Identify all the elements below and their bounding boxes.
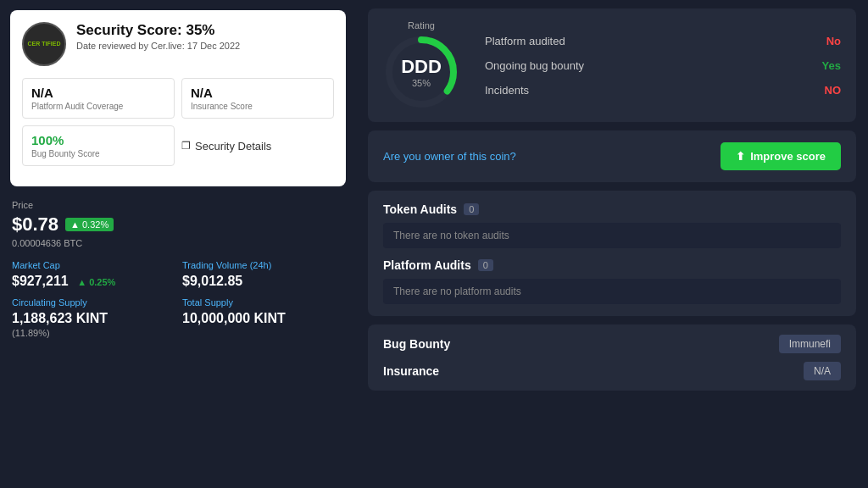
rating-inner: DDD 35%: [401, 56, 442, 88]
bug-bounty-value: 100%: [31, 133, 165, 147]
platform-audits-header: Platform Audits 0: [383, 258, 841, 272]
security-header: CER TIFIED Security Score: 35% Date revi…: [22, 22, 334, 66]
platform-audited-row: Platform audited No: [485, 35, 841, 47]
left-panel: CER TIFIED Security Score: 35% Date revi…: [0, 0, 356, 488]
platform-audits-count: 0: [478, 259, 493, 271]
circulating-supply-value: 1,188,623 KINT: [12, 311, 174, 326]
cert-logo: CER TIFIED: [22, 22, 66, 66]
platform-audited-label: Platform audited: [485, 35, 565, 47]
rating-metrics: Platform audited No Ongoing bug bounty Y…: [485, 35, 841, 97]
bug-bounty-label: Bug Bounty Score: [31, 149, 165, 158]
price-value: $0.78: [12, 214, 58, 236]
insurance-item: Insurance N/A: [383, 362, 841, 380]
bug-bounty-item: Bug Bounty Immunefi: [383, 335, 841, 353]
price-change-badge: ▲ 0.32%: [65, 218, 114, 231]
price-section: Price $0.78 ▲ 0.32% 0.00004636 BTC: [0, 195, 356, 248]
price-label: Price: [12, 200, 344, 210]
platform-audited-value: No: [826, 35, 841, 47]
platform-audits-title: Platform Audits: [383, 258, 471, 272]
improve-icon: ⬆: [736, 150, 745, 163]
cert-logo-text: CER TIFIED: [28, 41, 61, 47]
market-cap-block: Market Cap $927,211 ▲ 0.25%: [12, 260, 174, 289]
security-details-text: Security Details: [195, 140, 271, 152]
improve-question: Are you owner of this coin?: [383, 150, 516, 163]
incidents-label: Incidents: [485, 84, 529, 97]
improve-button-label: Improve score: [750, 150, 826, 163]
market-cap-change: ▲ 0.25%: [77, 277, 115, 287]
rating-section: Rating DDD 35% Platform audited No Ongoi…: [368, 8, 856, 122]
incidents-row: Incidents NO: [485, 84, 841, 97]
rating-percentage: 35%: [401, 78, 442, 88]
incidents-value: NO: [825, 84, 842, 97]
security-footer: ❐ Security Details: [181, 125, 334, 166]
improve-section: Are you owner of this coin? ⬆ Improve sc…: [368, 130, 856, 182]
right-panel: Rating DDD 35% Platform audited No Ongoi…: [356, 0, 868, 488]
external-link-icon: ❐: [181, 140, 191, 152]
market-cap-label: Market Cap: [12, 260, 174, 270]
rating-label: Rating: [408, 20, 435, 30]
platform-audits-empty: There are no platform audits: [383, 279, 841, 304]
total-supply-block: Total Supply 10,000,000 KINT: [182, 297, 344, 338]
insurance-score-value: N/A: [191, 86, 325, 100]
insurance-score-metric: N/A Insurance Score: [181, 78, 334, 119]
total-supply-value: 10,000,000 KINT: [182, 311, 344, 326]
insurance-score-label: Insurance Score: [191, 102, 325, 111]
circulating-supply-pct: (11.89%): [12, 328, 174, 338]
rating-grade: DDD: [401, 56, 442, 78]
volume-block: Trading Volume (24h) $9,012.85: [182, 260, 344, 289]
market-cap-value: $927,211 ▲ 0.25%: [12, 274, 174, 289]
bug-bounty-active-label: Ongoing bug bounty: [485, 59, 584, 72]
rating-circle: DDD 35%: [383, 34, 459, 110]
bug-bounty-bottom-label: Bug Bounty: [383, 337, 450, 351]
platform-audit-value: N/A: [31, 86, 165, 100]
price-btc: 0.00004636 BTC: [12, 238, 344, 248]
platform-audit-label: Platform Audit Coverage: [31, 102, 165, 111]
bug-bounty-active-value: Yes: [822, 59, 841, 72]
improve-score-button[interactable]: ⬆ Improve score: [721, 142, 841, 170]
rating-circle-container: Rating DDD 35%: [383, 20, 459, 110]
insurance-label: Insurance: [383, 364, 439, 378]
audits-section: Token Audits 0 There are no token audits…: [368, 191, 856, 316]
market-stats: Market Cap $927,211 ▲ 0.25% Trading Volu…: [0, 248, 356, 338]
security-details-link[interactable]: ❐ Security Details: [181, 140, 271, 152]
circulating-supply-block: Circulating Supply 1,188,623 KINT (11.89…: [12, 297, 174, 338]
bug-bounty-metric: 100% Bug Bounty Score: [22, 125, 175, 166]
token-audits-header: Token Audits 0: [383, 202, 841, 216]
total-supply-label: Total Supply: [182, 297, 344, 308]
platform-audit-metric: N/A Platform Audit Coverage: [22, 78, 175, 119]
circulating-supply-label: Circulating Supply: [12, 297, 174, 308]
bug-bounty-badge: Immunefi: [779, 335, 841, 353]
volume-label: Trading Volume (24h): [182, 260, 344, 270]
bottom-row: Bug Bounty Immunefi Insurance N/A: [368, 324, 856, 391]
security-metrics: N/A Platform Audit Coverage N/A Insuranc…: [22, 78, 334, 166]
bug-bounty-row: Ongoing bug bounty Yes: [485, 59, 841, 72]
token-audits-count: 0: [464, 203, 479, 215]
volume-value: $9,012.85: [182, 274, 344, 289]
security-card: CER TIFIED Security Score: 35% Date revi…: [10, 10, 346, 186]
token-audits-empty: There are no token audits: [383, 223, 841, 248]
insurance-badge: N/A: [804, 362, 841, 380]
token-audits-title: Token Audits: [383, 202, 457, 216]
security-score-title: Security Score: 35%: [76, 22, 240, 39]
security-title-block: Security Score: 35% Date reviewed by Cer…: [76, 22, 240, 51]
price-row: $0.78 ▲ 0.32%: [12, 214, 344, 236]
security-date: Date reviewed by Cer.live: 17 Dec 2022: [76, 41, 240, 51]
